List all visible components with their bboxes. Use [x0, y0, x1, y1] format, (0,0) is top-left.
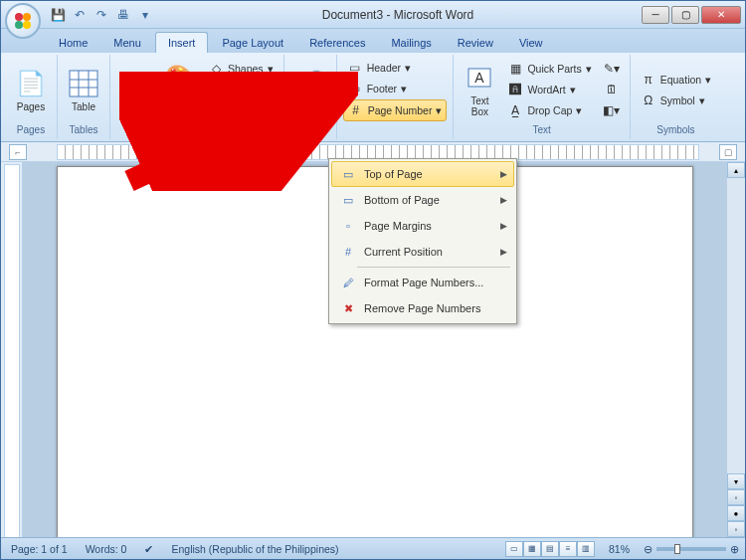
scroll-down-button[interactable]: ▾	[727, 473, 745, 489]
page-number-icon: #	[348, 102, 364, 118]
scroll-up-button[interactable]: ▴	[727, 162, 745, 178]
minimize-button[interactable]: ─	[642, 6, 669, 24]
qat-dropdown-icon[interactable]: ▾	[136, 6, 154, 24]
tab-view[interactable]: View	[507, 33, 555, 53]
status-words[interactable]: Words: 0	[82, 543, 131, 555]
close-button[interactable]: ✕	[701, 6, 741, 24]
zoom-slider[interactable]	[656, 547, 726, 551]
picture-button[interactable]: 🖼 Picture	[116, 64, 156, 116]
zoom-out-button[interactable]: ⊖	[644, 543, 653, 555]
equation-button[interactable]: πEquation ▾	[637, 70, 715, 90]
picture-icon: 🖼	[120, 68, 152, 99]
smartart-button[interactable]: ◫SmartArt	[204, 80, 278, 99]
zoom-controls: ⊖ ⊕	[644, 543, 739, 555]
pages-button[interactable]: 📄 Pages	[11, 64, 51, 116]
links-icon: 🔗	[294, 68, 326, 99]
tab-page-layout[interactable]: Page Layout	[210, 33, 295, 53]
remove-numbers-icon: ✖	[338, 300, 358, 316]
print-layout-view[interactable]: ▭	[505, 541, 523, 557]
date-icon: 🗓	[604, 82, 620, 97]
quickparts-icon: ▦	[507, 61, 523, 77]
save-icon[interactable]: 💾	[49, 6, 67, 24]
group-text: A Text Box ▦Quick Parts ▾ 🅰WordArt ▾ A̲D…	[454, 55, 630, 139]
sig-icon: ✎▾	[604, 61, 620, 77]
undo-icon[interactable]: ↶	[71, 6, 89, 24]
shapes-button[interactable]: ◇Shapes ▾	[204, 59, 278, 79]
table-icon	[68, 68, 99, 99]
menu-bottom-of-page[interactable]: ▭ Bottom of Page ▶	[331, 187, 514, 213]
scroll-track[interactable]	[727, 178, 745, 473]
zoom-level[interactable]: 81%	[605, 543, 634, 555]
svg-point-0	[15, 13, 23, 21]
tab-selector[interactable]: ⌐	[9, 144, 27, 160]
equation-icon: π	[641, 72, 656, 88]
menu-top-of-page[interactable]: ▭ Top of Page ▶	[331, 161, 514, 187]
submenu-arrow-icon: ▶	[500, 221, 507, 231]
submenu-arrow-icon: ▶	[500, 247, 507, 257]
tab-menu[interactable]: Menu	[101, 33, 153, 53]
tab-insert[interactable]: Insert	[155, 32, 209, 53]
print-icon[interactable]: 🖶	[114, 6, 132, 24]
current-position-icon: #	[338, 244, 358, 260]
quickparts-button[interactable]: ▦Quick Parts ▾	[503, 59, 595, 79]
dropcap-button[interactable]: A̲Drop Cap ▾	[503, 100, 595, 120]
group-symbols: πEquation ▾ ΩSymbol ▾ Symbols	[631, 55, 721, 139]
header-icon: ▭	[347, 60, 363, 76]
view-buttons: ▭ ▦ ▤ ≡ ▥	[505, 541, 595, 557]
browse-object-button[interactable]: ●	[727, 505, 745, 521]
window-title: Document3 - Microsoft Word	[154, 8, 642, 22]
wordart-icon: 🅰	[507, 82, 523, 97]
next-page-button[interactable]: ◦	[727, 521, 745, 537]
symbol-button[interactable]: ΩSymbol ▾	[637, 91, 715, 110]
textbox-button[interactable]: A Text Box	[460, 58, 499, 121]
draft-view[interactable]: ▥	[577, 541, 595, 557]
submenu-arrow-icon: ▶	[500, 169, 507, 179]
office-button[interactable]	[5, 3, 41, 39]
group-label: Symbols	[637, 122, 715, 137]
status-page[interactable]: Page: 1 of 1	[7, 543, 72, 555]
date-button[interactable]: 🗓	[600, 80, 624, 99]
table-button[interactable]: Table	[64, 64, 103, 116]
group-pages: 📄 Pages Pages	[5, 55, 58, 139]
status-language[interactable]: English (Republic of the Philippines)	[167, 543, 342, 555]
tab-mailings[interactable]: Mailings	[379, 33, 443, 53]
wordart-button[interactable]: 🅰WordArt ▾	[503, 80, 595, 99]
vertical-ruler	[1, 162, 23, 537]
group-tables: Table Tables	[58, 55, 110, 139]
svg-point-3	[23, 21, 31, 29]
menu-remove-page-numbers[interactable]: ✖ Remove Page Numbers	[331, 295, 514, 321]
prev-page-button[interactable]: ◦	[727, 489, 745, 505]
group-label: Illustrations	[116, 122, 278, 137]
chart-button[interactable]: 📊Chart	[204, 100, 278, 120]
redo-icon[interactable]: ↷	[93, 6, 110, 24]
links-button[interactable]: 🔗 Links	[290, 64, 330, 116]
clipart-button[interactable]: 🎨 Clip Art	[160, 58, 200, 121]
svg-point-2	[15, 21, 23, 29]
group-label: Text	[460, 122, 623, 137]
page-number-menu: ▭ Top of Page ▶ ▭ Bottom of Page ▶ ▫ Pag…	[328, 158, 517, 324]
chart-icon: 📊	[208, 102, 224, 118]
footer-button[interactable]: ▭Footer ▾	[343, 79, 448, 98]
ruler-toggle[interactable]: ▢	[719, 144, 737, 160]
full-screen-view[interactable]: ▦	[523, 541, 541, 557]
menu-current-position[interactable]: # Current Position ▶	[331, 239, 514, 265]
zoom-in-button[interactable]: ⊕	[730, 543, 739, 555]
tab-references[interactable]: References	[297, 33, 377, 53]
group-label: Tables	[64, 122, 103, 137]
group-label: Pages	[11, 122, 51, 137]
sig-button[interactable]: ✎▾	[600, 59, 624, 79]
tab-home[interactable]: Home	[47, 33, 99, 53]
group-illustrations: 🖼 Picture 🎨 Clip Art ◇Shapes ▾ ◫SmartArt…	[110, 55, 284, 139]
page-number-button[interactable]: #Page Number ▾	[343, 99, 448, 121]
outline-view[interactable]: ≡	[559, 541, 577, 557]
menu-format-page-numbers[interactable]: 🖉 Format Page Numbers...	[331, 270, 514, 295]
web-layout-view[interactable]: ▤	[541, 541, 559, 557]
menu-page-margins[interactable]: ▫ Page Margins ▶	[331, 213, 514, 239]
proofing-icon[interactable]: ✔	[140, 543, 157, 555]
maximize-button[interactable]: ▢	[671, 6, 699, 24]
tab-review[interactable]: Review	[446, 33, 505, 53]
header-button[interactable]: ▭Header ▾	[343, 58, 448, 78]
obj-button[interactable]: ◧▾	[600, 100, 624, 120]
titlebar: 💾 ↶ ↷ 🖶 ▾ Document3 - Microsoft Word ─ ▢…	[1, 1, 745, 29]
symbol-icon: Ω	[641, 93, 656, 108]
